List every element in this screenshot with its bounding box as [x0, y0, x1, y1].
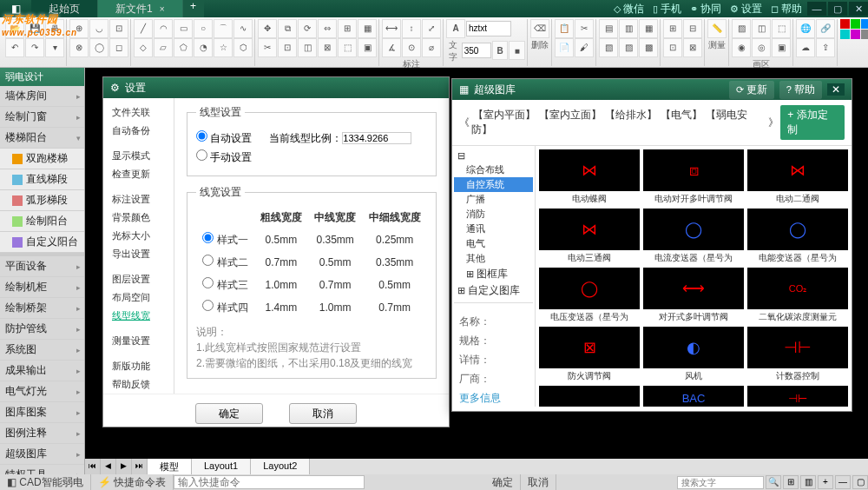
color-palette[interactable]	[840, 19, 868, 39]
tool-icon[interactable]: ◡	[89, 19, 108, 38]
rotate-icon[interactable]: ⟳	[298, 19, 317, 38]
sb-btn[interactable]: ▥	[800, 475, 816, 489]
tree-item[interactable]: 其他	[454, 251, 533, 266]
align-icon[interactable]: ▧	[599, 38, 618, 57]
maximize-button[interactable]: ▢	[828, 2, 847, 16]
tree-item[interactable]: 广播	[454, 192, 533, 207]
tool-icon[interactable]: ⊡	[278, 38, 297, 57]
sidebar-cat-door[interactable]: 绘制门窗▸	[0, 107, 84, 128]
undo-icon[interactable]: ↶	[5, 38, 24, 57]
font-select[interactable]	[466, 21, 511, 36]
settings-menu-item[interactable]: 新版功能	[103, 357, 174, 375]
gallery-category-tab[interactable]: 【给排水】	[603, 109, 659, 121]
symbol-item[interactable]: CO₂二氧化碳浓度测量元	[747, 268, 848, 323]
tool-icon[interactable]: ◯	[89, 38, 108, 57]
tab-startup[interactable]: 起始页	[31, 0, 98, 17]
symbol-item[interactable]: ⊣⊢	[747, 386, 848, 407]
color-button[interactable]: ■	[509, 41, 525, 60]
text-icon[interactable]: A	[446, 19, 465, 38]
tool-icon[interactable]: ▣	[358, 38, 377, 57]
refresh-button[interactable]: ⟳ 更新	[729, 81, 774, 99]
more-info-link[interactable]: 更多信息	[459, 391, 528, 406]
canvas-tab-model[interactable]: 模型	[148, 459, 192, 474]
sb-find-icon[interactable]: 🔍	[766, 475, 781, 489]
settings-menu-item[interactable]: 线型线宽	[103, 307, 174, 325]
tool-icon[interactable]: ▣	[772, 38, 791, 57]
gallery-category-tab[interactable]: 【室内平面】	[471, 109, 537, 121]
auto-radio[interactable]: 自动设置	[196, 130, 252, 146]
tool-icon[interactable]: ⊠	[318, 38, 337, 57]
tool-icon[interactable]: ▱	[154, 38, 173, 57]
tool-icon[interactable]: ◎	[752, 38, 771, 57]
tree-custom-lib[interactable]: ⊞ 自定义图库	[454, 282, 533, 299]
redo-icon[interactable]: ↷	[25, 38, 44, 57]
tool-icon[interactable]: ☆	[214, 38, 233, 57]
dim-icon[interactable]: ⟷	[382, 19, 401, 38]
symbol-item[interactable]: ⧈电动对开多叶调节阀	[643, 149, 744, 205]
sidebar-item-double-stairs[interactable]: 双跑楼梯	[0, 149, 84, 169]
sidebar-item-custom-balcony[interactable]: 自定义阳台	[0, 232, 84, 253]
paste-icon[interactable]: 📄	[555, 38, 574, 57]
style-radio[interactable]: 样式三	[202, 279, 247, 291]
fontsize-input[interactable]	[462, 43, 491, 58]
sys-mobile[interactable]: ▯ 手机	[653, 2, 681, 17]
tree-item[interactable]: 通讯	[454, 222, 533, 236]
sidebar-cat[interactable]: 平面设备▸	[0, 256, 84, 277]
link-icon[interactable]: 🔗	[816, 19, 835, 38]
align-icon[interactable]: ▨	[619, 38, 638, 57]
align-icon[interactable]: ▩	[639, 38, 658, 57]
polyline-icon[interactable]: ◠	[154, 19, 173, 38]
tool-icon[interactable]: ⊗	[69, 38, 89, 57]
sys-settings[interactable]: ⚙ 设置	[730, 2, 762, 17]
share-icon[interactable]: ⇪	[816, 38, 835, 57]
sidebar-cat[interactable]: 系统图▸	[0, 340, 84, 361]
tab-nav-first[interactable]: ⏮	[85, 459, 101, 474]
layout-icon[interactable]: ⊡	[663, 38, 682, 57]
tool-icon[interactable]: ⊡	[109, 19, 128, 38]
tool-icon[interactable]: ⬚	[772, 19, 791, 38]
status-cmdtable[interactable]: ⚡ 快捷命令表	[91, 474, 174, 490]
sidebar-cat[interactable]: 图库图案▸	[0, 402, 84, 423]
move-icon[interactable]: ✥	[258, 19, 277, 38]
tab-newfile1[interactable]: 新文件1×	[98, 0, 183, 17]
close-dialog-button[interactable]: ✕	[827, 83, 845, 96]
canvas-tab-layout2[interactable]: Layout2	[251, 459, 310, 474]
sidebar-cat[interactable]: 特权工具▸	[0, 465, 84, 474]
settings-menu-item[interactable]: 布局空间	[103, 288, 174, 307]
print-icon[interactable]: 🖶	[45, 19, 64, 38]
sb-btn[interactable]: +	[818, 475, 833, 489]
sys-help[interactable]: ◻ 帮助	[771, 2, 802, 17]
cancel-button[interactable]: 取消	[289, 403, 357, 424]
close-button[interactable]: ✕	[849, 2, 868, 16]
line-icon[interactable]: ╱	[134, 19, 153, 38]
area-icon[interactable]: ▨	[732, 19, 751, 38]
tool-icon[interactable]: ✂	[258, 38, 277, 57]
ratio-input[interactable]	[342, 132, 411, 144]
sidebar-item-balcony[interactable]: 绘制阳台	[0, 211, 84, 232]
sidebar-cat[interactable]: 成果输出▸	[0, 361, 84, 381]
settings-menu-item[interactable]: 标注设置	[103, 190, 174, 209]
tree-item-frames[interactable]: ⊞ 图框库	[454, 266, 533, 282]
settings-titlebar[interactable]: ⚙设置	[103, 77, 449, 98]
symbol-item[interactable]: ◯电流变送器（星号为	[643, 209, 744, 264]
bold-button[interactable]: B	[492, 41, 509, 60]
symbol-item[interactable]: ◐风机	[643, 327, 744, 382]
arc-icon[interactable]: ⌒	[214, 19, 233, 38]
settings-menu-item[interactable]: 自动备份	[103, 122, 174, 140]
symbol-item[interactable]: ⊣⊢计数器控制	[747, 327, 848, 382]
tab-nav-next[interactable]: ▶	[116, 459, 132, 474]
sidebar-cat-stairs[interactable]: 楼梯阳台▾	[0, 128, 84, 149]
sb-btn[interactable]: ▢	[852, 475, 868, 489]
tree-item[interactable]: 自控系统	[454, 177, 533, 192]
settings-menu-item[interactable]: 光标大小	[103, 227, 174, 245]
tool-icon[interactable]: ⬠	[174, 38, 193, 57]
gallery-category-tab[interactable]: 【室内立面】	[537, 109, 603, 121]
layout-icon[interactable]: ⊠	[683, 38, 702, 57]
tree-item[interactable]: 综合布线	[454, 162, 533, 177]
sys-collab[interactable]: ⚭ 协同	[690, 2, 721, 17]
mirror-icon[interactable]: ⇔	[318, 19, 337, 38]
sb-btn[interactable]: ⊞	[783, 475, 799, 489]
cloud-icon[interactable]: ☁	[796, 38, 815, 57]
settings-menu-item[interactable]: 帮助反馈	[103, 375, 174, 394]
tab-nav-last[interactable]: ⏭	[132, 459, 148, 474]
